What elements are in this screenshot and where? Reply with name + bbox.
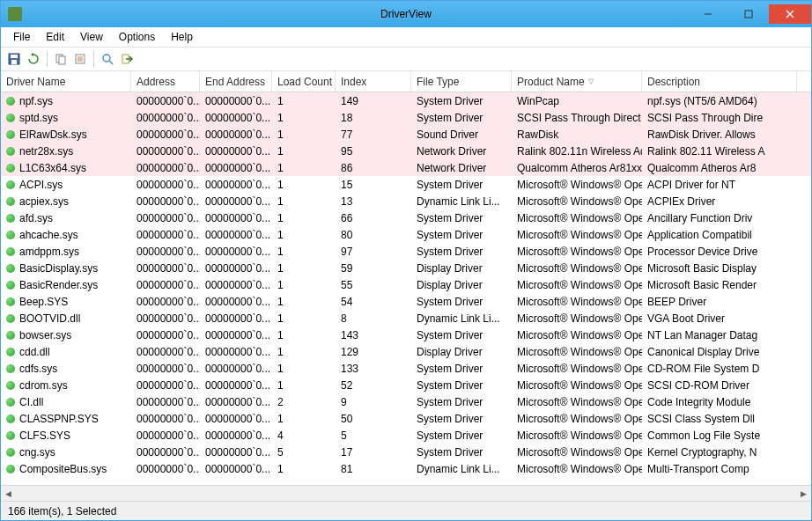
table-row[interactable]: BOOTVID.dll00000000`0...00000000`0...18D… bbox=[1, 310, 811, 327]
table-row[interactable]: CLFS.SYS00000000`0...00000000`0...45Syst… bbox=[1, 427, 811, 444]
maximize-button[interactable] bbox=[728, 4, 769, 24]
cell: 00000000`0... bbox=[200, 294, 272, 310]
titlebar[interactable]: DriverView bbox=[1, 1, 811, 27]
cell: 1 bbox=[272, 411, 336, 427]
table-row[interactable]: L1C63x64.sys00000000`0...00000000`0...18… bbox=[1, 159, 811, 176]
cell: Dynamic Link Li... bbox=[411, 311, 512, 327]
col-product-name[interactable]: Product Name▽ bbox=[512, 71, 642, 92]
table-row[interactable]: Beep.SYS00000000`0...00000000`0...154Sys… bbox=[1, 293, 811, 310]
cell: 00000000`0... bbox=[131, 327, 200, 343]
cell: 00000000`0... bbox=[131, 361, 200, 377]
cell: Microsoft Basic Render bbox=[642, 277, 797, 293]
menu-view[interactable]: View bbox=[73, 29, 110, 45]
table-row[interactable]: ACPI.sys00000000`0...00000000`0...115Sys… bbox=[1, 176, 811, 193]
table-row[interactable]: netr28x.sys00000000`0...00000000`0...195… bbox=[1, 143, 811, 159]
table-row[interactable]: CI.dll00000000`0...00000000`0...29System… bbox=[1, 393, 811, 410]
cell: SCSI CD-ROM Driver bbox=[642, 378, 797, 393]
properties-icon[interactable] bbox=[72, 51, 88, 67]
table-row[interactable]: sptd.sys00000000`0...00000000`0...118Sys… bbox=[1, 109, 811, 126]
driver-status-icon bbox=[6, 197, 15, 206]
status-text: 166 item(s), 1 Selected bbox=[8, 505, 116, 517]
cell: netr28x.sys bbox=[1, 143, 131, 159]
save-icon[interactable] bbox=[6, 51, 22, 67]
cell: ACPI Driver for NT bbox=[642, 177, 797, 193]
col-load-count[interactable]: Load Count bbox=[272, 71, 336, 92]
svg-line-14 bbox=[109, 61, 113, 64]
horizontal-scrollbar[interactable]: ◀ ▶ bbox=[1, 485, 811, 501]
table-row[interactable]: BasicRender.sys00000000`0...00000000`0..… bbox=[1, 276, 811, 293]
cell: 00000000`0... bbox=[200, 127, 272, 143]
close-button[interactable] bbox=[769, 4, 811, 24]
cell: 1 bbox=[272, 378, 336, 393]
cell: 1 bbox=[272, 260, 336, 276]
cell: 86 bbox=[336, 160, 411, 176]
cell: 149 bbox=[336, 93, 411, 109]
cell: 00000000`0... bbox=[200, 327, 272, 343]
table-row[interactable]: cng.sys00000000`0...00000000`0...517Syst… bbox=[1, 444, 811, 460]
cell: Microsoft® Windows® Oper... bbox=[512, 294, 642, 310]
cell: Microsoft® Windows® Oper... bbox=[512, 344, 642, 360]
cell: WinPcap bbox=[512, 93, 642, 109]
scroll-track[interactable] bbox=[16, 486, 796, 501]
menu-options[interactable]: Options bbox=[112, 29, 162, 45]
cell: BEEP Driver bbox=[642, 294, 797, 310]
cell: 00000000`0... bbox=[131, 461, 200, 477]
cell: SCSI Class System Dll bbox=[642, 411, 797, 427]
scroll-right-icon[interactable]: ▶ bbox=[796, 486, 811, 501]
col-index[interactable]: Index bbox=[336, 71, 411, 92]
table-row[interactable]: ahcache.sys00000000`0...00000000`0...180… bbox=[1, 226, 811, 243]
menu-edit[interactable]: Edit bbox=[39, 29, 71, 45]
table-row[interactable]: CompositeBus.sys00000000`0...00000000`0.… bbox=[1, 460, 811, 477]
cell: Qualcomm Atheros Ar8 bbox=[642, 160, 797, 176]
col-description[interactable]: Description bbox=[642, 71, 797, 92]
cell: 50 bbox=[336, 411, 411, 427]
table-row[interactable]: BasicDisplay.sys00000000`0...00000000`0.… bbox=[1, 260, 811, 276]
scroll-left-icon[interactable]: ◀ bbox=[1, 486, 16, 501]
col-file-type[interactable]: File Type bbox=[411, 71, 512, 92]
cell: 00000000`0... bbox=[131, 177, 200, 193]
cell: CI.dll bbox=[1, 394, 131, 410]
find-icon[interactable] bbox=[100, 51, 115, 67]
cell: 1 bbox=[272, 93, 336, 109]
cell: Network Driver bbox=[411, 143, 512, 159]
cell: 80 bbox=[336, 227, 411, 243]
table-row[interactable]: acpiex.sys00000000`0...00000000`0...113D… bbox=[1, 193, 811, 209]
cell: System Driver bbox=[411, 177, 512, 193]
table-row[interactable]: cdfs.sys00000000`0...00000000`0...1133Sy… bbox=[1, 360, 811, 377]
table-row[interactable]: bowser.sys00000000`0...00000000`0...1143… bbox=[1, 327, 811, 343]
cell: bowser.sys bbox=[1, 327, 131, 343]
refresh-icon[interactable] bbox=[26, 51, 41, 67]
table-row[interactable]: amdppm.sys00000000`0...00000000`0...197S… bbox=[1, 243, 811, 260]
minimize-button[interactable] bbox=[688, 4, 728, 24]
table-row[interactable]: npf.sys00000000`0...00000000`0...1149Sys… bbox=[1, 92, 811, 109]
cell: 1 bbox=[272, 177, 336, 193]
col-end-address[interactable]: End Address bbox=[200, 71, 272, 92]
driver-grid[interactable]: Driver Name Address End Address Load Cou… bbox=[1, 71, 811, 485]
cell: 13 bbox=[336, 194, 411, 209]
cell: 1 bbox=[272, 344, 336, 360]
cell: 00000000`0... bbox=[200, 143, 272, 159]
menu-help[interactable]: Help bbox=[164, 29, 200, 45]
table-row[interactable]: CLASSPNP.SYS00000000`0...00000000`0...15… bbox=[1, 410, 811, 427]
table-row[interactable]: cdrom.sys00000000`0...00000000`0...152Sy… bbox=[1, 377, 811, 393]
cell: BasicDisplay.sys bbox=[1, 260, 131, 276]
cell: Microsoft® Windows® Oper... bbox=[512, 277, 642, 293]
cell: Microsoft® Windows® Oper... bbox=[512, 311, 642, 327]
grid-header: Driver Name Address End Address Load Cou… bbox=[1, 71, 811, 92]
cell: System Driver bbox=[411, 361, 512, 377]
cell: 00000000`0... bbox=[131, 277, 200, 293]
table-row[interactable]: afd.sys00000000`0...00000000`0...166Syst… bbox=[1, 209, 811, 226]
exit-icon[interactable] bbox=[119, 51, 135, 67]
driver-status-icon bbox=[6, 381, 15, 390]
col-driver-name[interactable]: Driver Name bbox=[1, 71, 131, 92]
driver-status-icon bbox=[6, 147, 15, 156]
cell: 00000000`0... bbox=[200, 244, 272, 260]
menu-file[interactable]: File bbox=[6, 29, 37, 45]
driver-status-icon bbox=[6, 214, 15, 223]
copy-icon[interactable] bbox=[53, 51, 69, 67]
table-row[interactable]: cdd.dll00000000`0...00000000`0...1129Dis… bbox=[1, 343, 811, 360]
col-address[interactable]: Address bbox=[131, 71, 200, 92]
table-row[interactable]: ElRawDsk.sys00000000`0...00000000`0...17… bbox=[1, 126, 811, 143]
cell: System Driver bbox=[411, 428, 512, 444]
driver-status-icon bbox=[6, 264, 15, 273]
